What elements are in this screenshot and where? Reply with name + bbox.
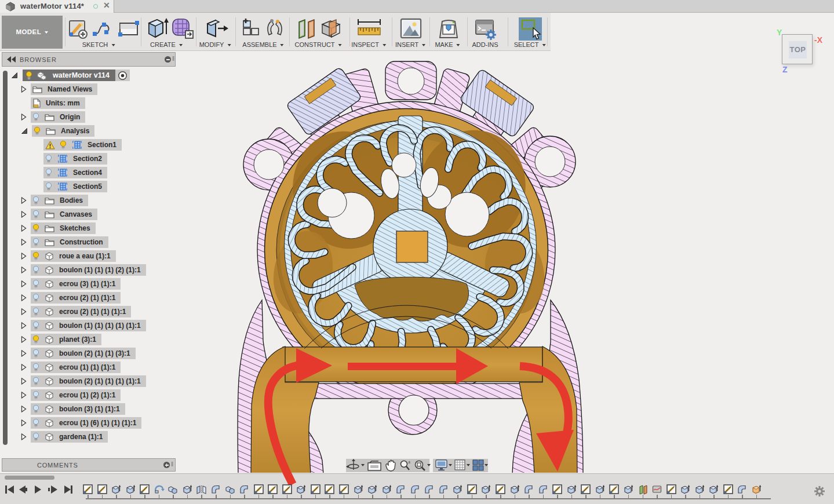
svg-text:±: ± xyxy=(408,459,411,465)
